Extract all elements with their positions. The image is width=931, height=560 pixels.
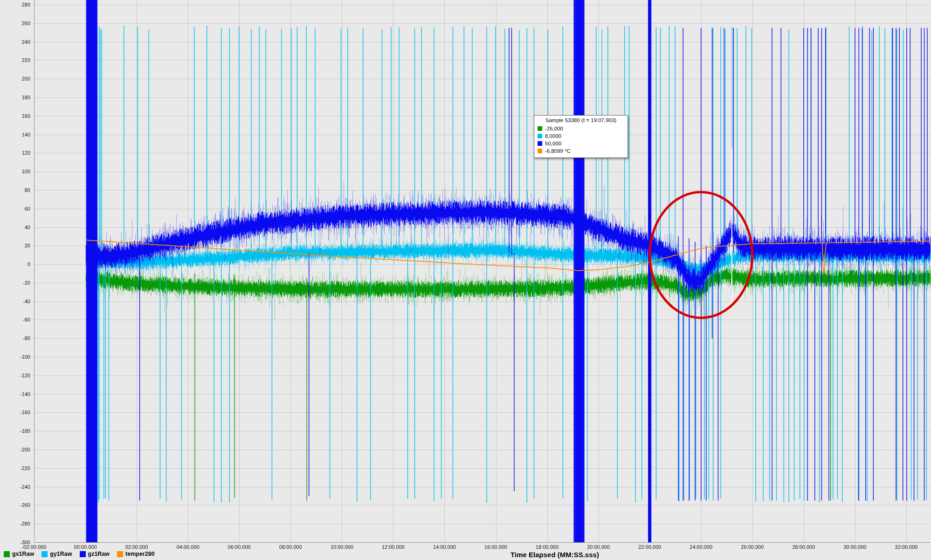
y-tick-label: -120 xyxy=(20,372,30,379)
y-tick-label: 240 xyxy=(22,39,30,45)
plot-area-canvas[interactable] xyxy=(0,0,931,560)
legend-item-gx1Raw[interactable]: gx1Raw xyxy=(4,551,34,557)
x-axis-labels: -02:00.00000:00.00002:00.00004:00.00006:… xyxy=(0,544,931,551)
legend-swatch-icon xyxy=(4,551,10,557)
legend-item-temper280[interactable]: temper280 xyxy=(117,551,155,557)
y-tick-label: 160 xyxy=(22,113,30,119)
tooltip-value: 50,000 xyxy=(545,141,561,146)
y-tick-label: 40 xyxy=(25,224,30,231)
tooltip-row: -6,8099 °C xyxy=(538,147,624,155)
tooltip-title: Sample 53380 (t = 19:07.903) xyxy=(538,117,624,123)
x-tick-label: 28:00.000 xyxy=(778,544,829,550)
legend: gx1Rawgy1Rawgz1Rawtemper280 xyxy=(4,551,155,557)
y-tick-label: -20 xyxy=(23,280,30,286)
sample-tooltip: Sample 53380 (t = 19:07.903) -25,0008,00… xyxy=(534,115,628,158)
y-tick-label: 100 xyxy=(22,168,30,175)
legend-item-gz1Raw[interactable]: gz1Raw xyxy=(80,551,110,557)
y-tick-label: -100 xyxy=(20,354,30,360)
chart-stage: 280260240220200180160140120100806040200-… xyxy=(0,0,931,560)
tooltip-value: -25,000 xyxy=(545,126,563,131)
tooltip-value: 8,0000 xyxy=(545,133,561,139)
legend-swatch-icon xyxy=(80,551,86,557)
y-tick-label: 60 xyxy=(25,205,30,212)
x-tick-label: 08:00.000 xyxy=(265,544,316,550)
legend-item-gy1Raw[interactable]: gy1Raw xyxy=(41,551,72,557)
tooltip-row: 50,000 xyxy=(538,140,624,147)
y-tick-label: 20 xyxy=(25,242,30,249)
x-tick-label: 14:00.000 xyxy=(419,544,470,550)
x-tick-label: 04:00.000 xyxy=(162,544,214,550)
tooltip-swatch-icon xyxy=(538,126,542,131)
y-tick-label: -220 xyxy=(20,465,30,471)
y-tick-label: 220 xyxy=(22,57,30,63)
y-tick-label: 0 xyxy=(28,261,30,267)
y-tick-label: -140 xyxy=(20,391,30,397)
y-tick-label: 80 xyxy=(25,187,30,193)
x-tick-label: 18:00.000 xyxy=(522,544,573,550)
x-tick-label: 16:00.000 xyxy=(470,544,522,550)
legend-swatch-icon xyxy=(117,551,123,557)
x-tick-label: 22:00.000 xyxy=(624,544,676,550)
tooltip-swatch-icon xyxy=(538,141,542,146)
y-tick-label: -80 xyxy=(23,335,30,341)
tooltip-row: 8,0000 xyxy=(538,132,624,140)
y-tick-label: -40 xyxy=(23,298,30,305)
legend-label: gy1Raw xyxy=(50,551,72,557)
y-tick-label: 180 xyxy=(22,94,30,101)
y-axis-labels: 280260240220200180160140120100806040200-… xyxy=(0,0,32,542)
legend-label: gz1Raw xyxy=(88,551,110,557)
y-tick-label: 120 xyxy=(22,150,30,156)
y-tick-label: 260 xyxy=(22,20,30,27)
y-tick-label: -200 xyxy=(20,446,30,453)
y-tick-label: -260 xyxy=(20,502,30,508)
x-tick-label: 06:00.000 xyxy=(214,544,265,550)
tooltip-swatch-icon xyxy=(538,134,542,138)
x-tick-label: -02:00.000 xyxy=(8,544,60,550)
y-tick-label: -280 xyxy=(20,520,30,527)
x-tick-label: 30:00.000 xyxy=(829,544,881,550)
tooltip-row: -25,000 xyxy=(538,125,624,132)
x-tick-label: 00:00.000 xyxy=(60,544,111,550)
y-tick-label: -60 xyxy=(23,316,30,323)
y-tick-label: -240 xyxy=(20,484,30,490)
x-tick-label: 26:00.000 xyxy=(727,544,778,550)
y-tick-label: -180 xyxy=(20,428,30,434)
x-tick-label: 20:00.000 xyxy=(573,544,624,550)
y-tick-label: 140 xyxy=(22,131,30,138)
tooltip-value: -6,8099 °C xyxy=(545,148,571,154)
tooltip-rows: -25,0008,000050,000-6,8099 °C xyxy=(538,125,624,155)
x-tick-label: 24:00.000 xyxy=(676,544,727,550)
x-tick-label: 12:00.000 xyxy=(367,544,419,550)
x-axis-title: Time Elapsed (MM:SS.sss) xyxy=(510,551,599,559)
y-tick-label: 280 xyxy=(22,1,30,8)
legend-swatch-icon xyxy=(41,551,48,557)
x-tick-label: 10:00.000 xyxy=(316,544,367,550)
legend-label: gx1Raw xyxy=(12,551,34,557)
x-tick-label: 32:00.000 xyxy=(881,544,931,550)
x-tick-label: 02:00.000 xyxy=(111,544,162,550)
y-tick-label: -160 xyxy=(20,409,30,416)
bottom-bar: gx1Rawgy1Rawgz1Rawtemper280 Time Elapsed… xyxy=(0,550,931,560)
y-tick-label: 200 xyxy=(22,75,30,82)
legend-label: temper280 xyxy=(125,551,155,557)
tooltip-swatch-icon xyxy=(538,149,542,153)
